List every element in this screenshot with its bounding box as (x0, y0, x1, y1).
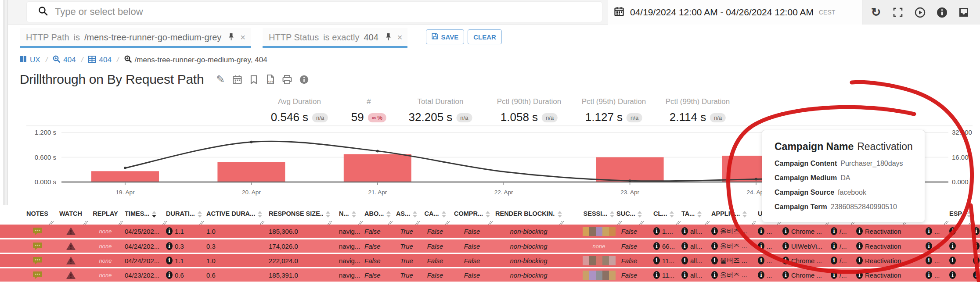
watch-warning-icon[interactable] (55, 225, 86, 238)
column-header-compr[interactable]: COMPR... (453, 208, 491, 225)
column-header-hidden-24[interactable] (973, 208, 980, 225)
breadcrumb-item-ux[interactable]: UX (20, 56, 40, 65)
info-circle-icon[interactable]: i (711, 242, 718, 250)
column-resize-grip[interactable] (415, 221, 420, 225)
info-circle-icon[interactable]: i (949, 257, 956, 264)
column-header-ca[interactable]: CA... (422, 208, 448, 225)
column-header-response-size[interactable]: RESPONSE SIZE... (269, 208, 330, 225)
sort-arrows-icon[interactable] (670, 211, 674, 218)
info-circle-icon[interactable]: i (949, 227, 956, 235)
info-circle-icon[interactable]: i (782, 242, 789, 250)
column-resize-grip[interactable] (358, 221, 363, 225)
column-resize-grip[interactable] (83, 221, 88, 225)
sort-arrows-icon[interactable] (486, 211, 490, 218)
info-circle-icon[interactable]: i (856, 227, 863, 235)
sort-arrows-icon[interactable] (638, 211, 642, 218)
info-circle-icon[interactable]: i (711, 257, 718, 264)
remove-filter-icon[interactable]: × (397, 32, 403, 43)
column-resize-grip[interactable] (488, 221, 493, 225)
info-circle-icon[interactable]: i (166, 242, 173, 250)
sort-arrows-icon[interactable] (442, 211, 446, 218)
info-circle-icon[interactable]: i (782, 271, 789, 279)
sort-arrows-icon[interactable] (413, 211, 417, 218)
info-circle-icon[interactable]: i (653, 242, 660, 250)
column-resize-grip[interactable] (969, 221, 973, 225)
save-button[interactable]: SAVE (426, 29, 464, 44)
info-circle-icon[interactable]: i (973, 257, 980, 264)
info-circle-icon[interactable]: i (926, 227, 932, 235)
table-row[interactable]: none04/23/202...i0.60.6185,391.0navig...… (0, 268, 980, 282)
sort-arrows-icon[interactable] (198, 211, 202, 218)
filter-chip-http-status[interactable]: HTTP Status is exactly 404 × (263, 28, 407, 48)
date-range-picker[interactable]: 04/19/2024 12:00 AM - 04/26/2024 12:00 A… (608, 7, 862, 18)
column-resize-grip[interactable] (705, 221, 710, 225)
table-row[interactable]: none04/24/202...i1.11.0222,024.0navig...… (0, 254, 980, 267)
info-circle-icon[interactable]: i (831, 227, 837, 235)
watch-warning-icon[interactable] (55, 239, 86, 253)
clear-button[interactable]: CLEAR (468, 29, 502, 44)
info-circle-icon[interactable]: i (926, 242, 932, 250)
column-header-times[interactable]: TIMES... (125, 208, 165, 225)
info-circle-icon[interactable]: i (758, 257, 764, 264)
info-circle-icon[interactable]: i (681, 257, 688, 264)
column-resize-grip[interactable] (119, 221, 123, 225)
column-resize-grip[interactable] (199, 221, 204, 225)
export-csv-icon[interactable]: csv (265, 74, 276, 85)
info-circle-icon[interactable]: i (926, 271, 932, 279)
column-header-cl[interactable]: CL... (653, 208, 679, 225)
info-circle-icon[interactable]: i (711, 227, 718, 235)
column-header-applic[interactable]: APPLIC... (711, 208, 754, 225)
note-icon[interactable] (23, 239, 52, 253)
sort-arrows-icon[interactable] (326, 211, 330, 218)
info-circle-icon[interactable]: i (758, 271, 764, 279)
edit-icon[interactable]: ✎ (215, 74, 226, 85)
play-icon[interactable] (914, 7, 926, 18)
info-circle-icon[interactable]: i (653, 227, 660, 235)
column-header-esp[interactable]: ESP... (949, 208, 971, 225)
note-icon[interactable] (23, 254, 52, 267)
column-header-as[interactable]: AS... (395, 208, 418, 225)
calendar-icon[interactable] (232, 74, 242, 85)
filter-chip-http-path[interactable]: HTTP Path is /mens-tree-runner-go-medium… (20, 28, 251, 48)
pin-icon[interactable] (386, 33, 391, 43)
column-header-suc[interactable]: SUC... (616, 208, 642, 225)
info-circle-icon[interactable]: i (831, 257, 837, 264)
column-resize-grip[interactable] (328, 221, 332, 225)
info-circle-icon[interactable]: i (166, 257, 173, 264)
info-circle-icon[interactable]: i (681, 227, 688, 235)
column-resize-grip[interactable] (944, 221, 948, 225)
info-circle-icon[interactable]: i (681, 271, 688, 279)
info-circle-icon[interactable]: i (973, 242, 980, 250)
breadcrumb-item-404-funnel[interactable]: 404 (53, 55, 76, 65)
column-header-render-blockin[interactable]: RENDER BLOCKIN... (495, 208, 562, 225)
info-circle-icon[interactable]: i (926, 257, 932, 264)
info-circle-icon[interactable]: i (782, 227, 789, 235)
info-circle-icon[interactable]: i (856, 242, 863, 250)
info-circle-icon[interactable]: i (782, 257, 789, 264)
column-header-sessi[interactable]: SESSI... (578, 208, 620, 225)
sort-arrows-icon[interactable] (967, 211, 971, 218)
sort-arrows-icon[interactable] (352, 211, 356, 218)
column-header-active-dura[interactable]: ACTIVE DURA... (206, 208, 263, 225)
watch-warning-icon[interactable] (55, 268, 86, 282)
fullscreen-icon[interactable] (892, 7, 904, 18)
info-circle-icon[interactable]: i (166, 227, 173, 235)
watch-warning-icon[interactable] (55, 254, 86, 267)
info-icon[interactable] (936, 7, 948, 18)
breadcrumb-link[interactable]: 404 (63, 56, 76, 64)
remove-filter-icon[interactable]: × (240, 32, 245, 43)
print-icon[interactable] (282, 74, 292, 85)
column-header-watch[interactable]: WATCH (55, 208, 86, 225)
column-resize-grip[interactable] (559, 221, 564, 225)
note-icon[interactable] (23, 225, 52, 238)
column-resize-grip[interactable] (639, 221, 644, 225)
info-circle-icon[interactable]: i (831, 271, 837, 279)
sort-arrows-icon[interactable] (697, 211, 702, 218)
sort-arrows-icon[interactable] (152, 211, 156, 218)
column-header-ta[interactable]: TA... (681, 208, 708, 225)
info-circle-icon[interactable]: i (166, 271, 173, 279)
sort-arrows-icon[interactable] (558, 211, 562, 218)
info-circle-icon[interactable]: i (653, 257, 660, 264)
info-icon[interactable] (299, 74, 309, 85)
info-circle-icon[interactable]: i (831, 242, 837, 250)
